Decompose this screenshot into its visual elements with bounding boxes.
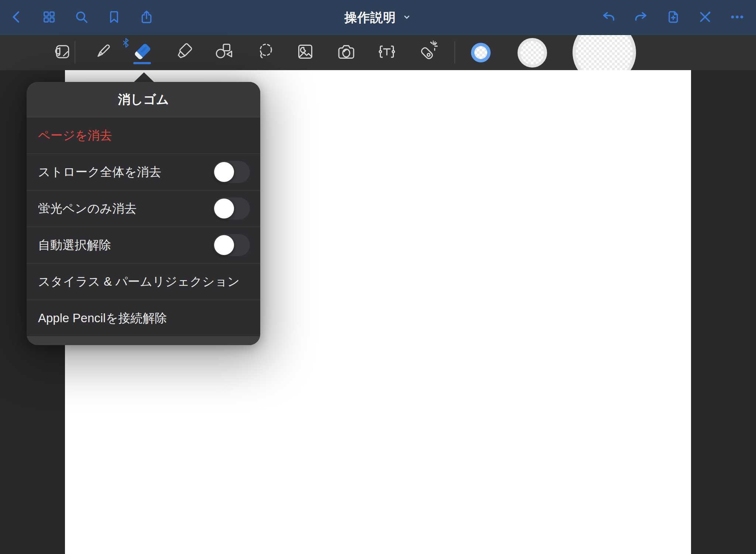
zoom-window-tool[interactable]: [50, 41, 73, 64]
search-icon: [74, 10, 89, 26]
add-page-button[interactable]: [665, 10, 681, 26]
eraser-size-medium[interactable]: [518, 38, 547, 68]
document-title-button[interactable]: 操作説明: [344, 0, 412, 35]
thumbnails-button[interactable]: [41, 10, 57, 26]
toolbar-separator: [454, 41, 455, 64]
back-button[interactable]: [8, 10, 25, 26]
redo-button[interactable]: [633, 10, 649, 26]
undo-icon: [601, 10, 616, 26]
bookmark-button[interactable]: [106, 10, 122, 26]
auto-deselect-toggle[interactable]: [213, 234, 250, 256]
menu-item-label: ページを消去: [38, 127, 250, 144]
redo-icon: [633, 10, 648, 26]
page-title: 操作説明: [344, 9, 396, 26]
image-tool[interactable]: [293, 41, 317, 64]
erase-entire-stroke-toggle[interactable]: [213, 161, 250, 183]
zoom-window-icon: [51, 41, 73, 64]
menu-item-erase-highlighter-only[interactable]: 蛍光ペンのみ消去: [27, 190, 260, 227]
toolbar-separator: [75, 41, 75, 64]
eraser-selected-indicator: [133, 62, 151, 64]
image-icon: [294, 41, 316, 64]
pen-disable-button[interactable]: [697, 10, 713, 26]
eraser-size-large[interactable]: [573, 35, 636, 70]
top-navigation-bar: 操作説明: [0, 0, 756, 35]
menu-item-disconnect-apple-pencil[interactable]: Apple Pencilを接続解除: [27, 300, 260, 337]
page-grid-icon: [42, 10, 56, 26]
search-button[interactable]: [73, 10, 90, 26]
eraser-size-small-selected[interactable]: [471, 43, 491, 62]
chevron-down-icon: [402, 12, 412, 23]
topbar-left-group: [0, 10, 155, 26]
menu-item-label: Apple Pencilを接続解除: [38, 310, 250, 327]
menu-item-stylus-palm-rejection[interactable]: スタイラス & パームリジェクション: [27, 264, 260, 300]
eraser-icon: [131, 41, 153, 64]
bluetooth-icon: [122, 37, 130, 48]
camera-tool[interactable]: [334, 41, 358, 64]
text-tool[interactable]: [375, 41, 399, 64]
text-icon: [376, 41, 398, 64]
drawing-toolbar: [0, 35, 756, 70]
menu-item-erase-entire-stroke[interactable]: ストローク全体を消去: [27, 154, 260, 190]
eraser-tool[interactable]: [130, 41, 154, 64]
shapes-tool[interactable]: [212, 41, 235, 64]
laser-pointer-icon: [417, 41, 439, 64]
fountain-pen-tool[interactable]: [91, 41, 114, 64]
more-ellipsis-icon: [730, 10, 745, 26]
camera-icon: [335, 41, 357, 64]
toggle-knob: [214, 199, 234, 218]
bookmark-icon: [107, 10, 121, 26]
menu-item-auto-deselect[interactable]: 自動選択解除: [27, 227, 260, 264]
toggle-knob: [214, 235, 234, 255]
menu-item-label: 自動選択解除: [38, 237, 213, 254]
menu-item-label: 蛍光ペンのみ消去: [38, 200, 213, 217]
highlighter-tool[interactable]: [173, 41, 196, 64]
eraser-options-popover: 消しゴム ページを消去 ストローク全体を消去 蛍光ペンのみ消去 自動選択解除 ス…: [27, 82, 260, 345]
popover-footer: [27, 337, 260, 345]
laser-pointer-tool[interactable]: [416, 41, 440, 64]
share-icon: [139, 10, 154, 26]
more-button[interactable]: [729, 10, 745, 26]
topbar-right-group: [601, 10, 756, 26]
menu-item-label: スタイラス & パームリジェクション: [38, 273, 250, 290]
share-button[interactable]: [138, 10, 155, 26]
add-page-icon: [666, 10, 680, 26]
erase-highlighter-only-toggle[interactable]: [213, 197, 250, 220]
lasso-icon: [254, 41, 276, 64]
back-chevron-icon: [9, 10, 24, 26]
highlighter-icon: [173, 41, 196, 64]
shapes-icon: [212, 41, 234, 64]
pen-disable-icon: [698, 10, 712, 26]
lasso-tool[interactable]: [254, 41, 277, 64]
popover-title: 消しゴム: [27, 82, 260, 117]
menu-item-erase-page[interactable]: ページを消去: [27, 117, 260, 154]
fountain-pen-icon: [92, 41, 114, 64]
undo-button[interactable]: [601, 10, 617, 26]
menu-item-label: ストローク全体を消去: [38, 164, 213, 180]
toggle-knob: [214, 162, 234, 182]
